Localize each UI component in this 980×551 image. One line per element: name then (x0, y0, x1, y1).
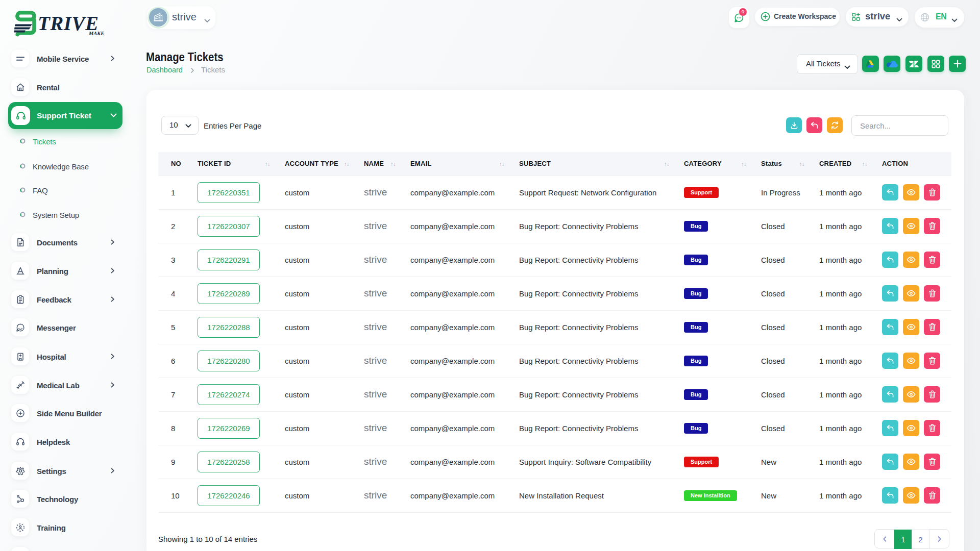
svg-text:MAKE: MAKE (88, 31, 104, 36)
